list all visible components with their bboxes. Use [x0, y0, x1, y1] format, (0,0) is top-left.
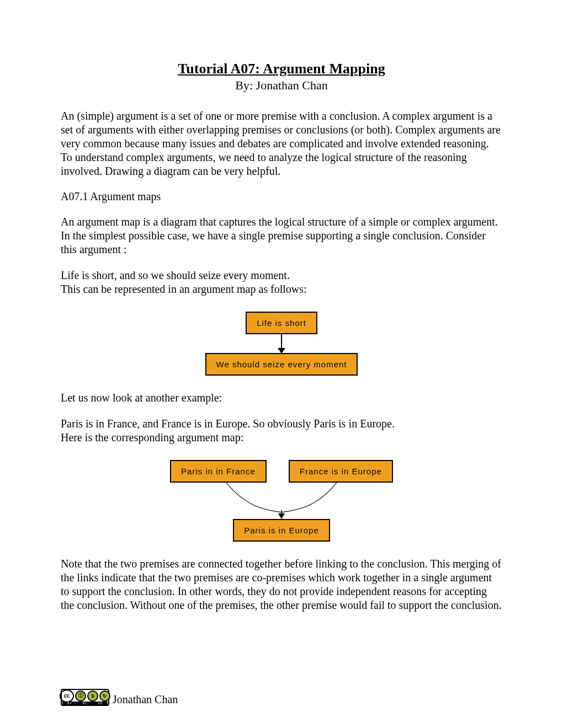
- note-paragraph: Note that the two premises are connected…: [61, 557, 502, 612]
- page: Tutorial A07: Argument Mapping By: Jonat…: [0, 0, 563, 728]
- cc-strip: BYNCSA: [62, 702, 108, 705]
- page-title: Tutorial A07: Argument Mapping: [61, 61, 502, 77]
- transition-text: Let us now look at another example:: [61, 391, 502, 405]
- footer: cc ⓘ $ ↻ BYNCSA Jonathan Chan: [61, 689, 178, 706]
- argument-map-2: Paris in in France France is in Europe P…: [61, 460, 502, 542]
- conclusion-box-2: Paris is in Europe: [233, 519, 330, 542]
- example1-statement: Life is short, and so we should seize ev…: [61, 269, 502, 282]
- premise-box: Life is short: [246, 312, 317, 334]
- example2-statement: Paris is in France, and France is in Eur…: [61, 417, 502, 431]
- section-heading: A07.1 Argument maps: [61, 190, 502, 203]
- argument-map-1: Life is short We should seize every mome…: [61, 312, 502, 376]
- premise-box-1: Paris in in France: [170, 460, 267, 483]
- example1-caption: This can be represented in an argument m…: [61, 282, 502, 296]
- footer-author: Jonathan Chan: [113, 694, 178, 706]
- cc-main-icon: cc: [60, 689, 74, 703]
- cc-nc-icon: $: [87, 690, 98, 702]
- conclusion-box: We should seize every moment: [205, 353, 358, 376]
- merge-connector-icon: [171, 483, 392, 519]
- cc-by-icon: ⓘ: [75, 690, 86, 702]
- example2-caption: Here is the corresponding argument map:: [61, 431, 502, 445]
- cc-license-icon: cc ⓘ $ ↻ BYNCSA: [61, 689, 109, 706]
- svg-marker-1: [278, 513, 285, 519]
- byline: By: Jonathan Chan: [61, 78, 502, 93]
- argument-map-desc: An argument map is a diagram that captur…: [61, 215, 502, 256]
- cc-sa-icon: ↻: [99, 690, 110, 702]
- premise-box-2: France is in Europe: [289, 460, 393, 483]
- arrow-down-icon: [281, 334, 282, 353]
- intro-paragraph: An (simple) argument is a set of one or …: [61, 109, 502, 178]
